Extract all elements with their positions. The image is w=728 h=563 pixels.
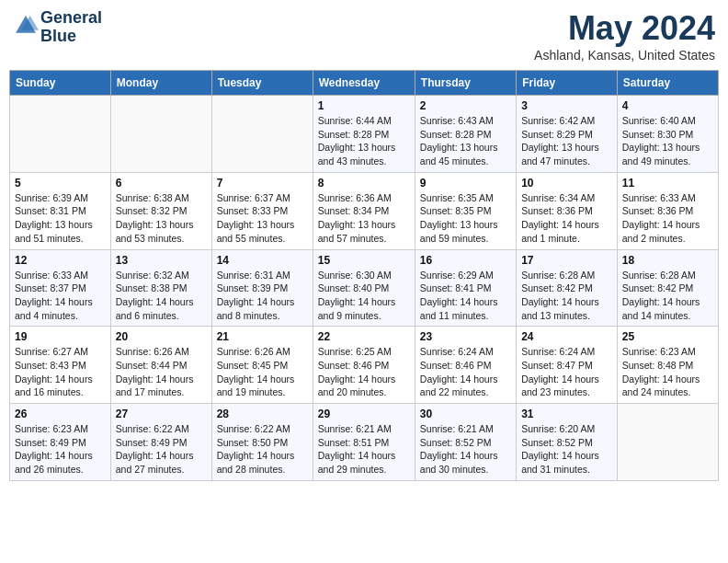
day-number: 30: [420, 408, 511, 420]
day-info: Sunrise: 6:21 AM Sunset: 8:52 PM Dayligh…: [420, 422, 511, 477]
day-info: Sunrise: 6:38 AM Sunset: 8:32 PM Dayligh…: [116, 191, 207, 246]
calendar-week-row: 26Sunrise: 6:23 AM Sunset: 8:49 PM Dayli…: [10, 404, 719, 481]
calendar-cell: 21Sunrise: 6:26 AM Sunset: 8:45 PM Dayli…: [211, 327, 313, 404]
calendar-header-row: SundayMondayTuesdayWednesdayThursdayFrid…: [10, 71, 719, 96]
day-info: Sunrise: 6:23 AM Sunset: 8:49 PM Dayligh…: [15, 422, 106, 477]
day-info: Sunrise: 6:33 AM Sunset: 8:36 PM Dayligh…: [622, 191, 713, 246]
day-info: Sunrise: 6:27 AM Sunset: 8:43 PM Dayligh…: [15, 345, 106, 399]
day-info: Sunrise: 6:22 AM Sunset: 8:50 PM Dayligh…: [217, 422, 308, 477]
day-number: 29: [318, 408, 410, 420]
day-info: Sunrise: 6:42 AM Sunset: 8:29 PM Dayligh…: [521, 114, 612, 168]
calendar-cell: 9Sunrise: 6:35 AM Sunset: 8:35 PM Daylig…: [415, 172, 516, 249]
calendar-cell: [110, 96, 211, 173]
day-of-week-header: Thursday: [415, 71, 516, 96]
calendar-cell: 1Sunrise: 6:44 AM Sunset: 8:28 PM Daylig…: [313, 96, 415, 173]
day-number: 28: [217, 408, 308, 420]
calendar-cell: 18Sunrise: 6:28 AM Sunset: 8:42 PM Dayli…: [617, 249, 718, 327]
day-info: Sunrise: 6:24 AM Sunset: 8:46 PM Dayligh…: [420, 345, 511, 399]
day-number: 9: [420, 177, 511, 190]
calendar-cell: 20Sunrise: 6:26 AM Sunset: 8:44 PM Dayli…: [110, 327, 211, 404]
day-info: Sunrise: 6:30 AM Sunset: 8:40 PM Dayligh…: [318, 269, 410, 323]
day-number: 14: [217, 254, 308, 267]
day-number: 25: [622, 330, 713, 343]
day-number: 21: [217, 330, 308, 343]
month-title: May 2024: [534, 9, 715, 48]
calendar-cell: 3Sunrise: 6:42 AM Sunset: 8:29 PM Daylig…: [517, 96, 618, 173]
calendar-cell: 13Sunrise: 6:32 AM Sunset: 8:38 PM Dayli…: [110, 249, 211, 327]
calendar-cell: 12Sunrise: 6:33 AM Sunset: 8:37 PM Dayli…: [10, 249, 111, 327]
day-number: 27: [116, 408, 207, 420]
day-info: Sunrise: 6:28 AM Sunset: 8:42 PM Dayligh…: [622, 269, 713, 323]
day-of-week-header: Wednesday: [313, 71, 415, 96]
day-of-week-header: Monday: [110, 71, 211, 96]
logo-icon: [13, 13, 39, 39]
day-number: 7: [217, 177, 308, 190]
day-info: Sunrise: 6:39 AM Sunset: 8:31 PM Dayligh…: [15, 191, 106, 246]
calendar-cell: 10Sunrise: 6:34 AM Sunset: 8:36 PM Dayli…: [517, 172, 618, 249]
day-number: 10: [521, 177, 612, 190]
day-info: Sunrise: 6:36 AM Sunset: 8:34 PM Dayligh…: [318, 191, 410, 246]
day-number: 18: [622, 254, 713, 267]
day-of-week-header: Sunday: [10, 71, 111, 96]
calendar-cell: 14Sunrise: 6:31 AM Sunset: 8:39 PM Dayli…: [211, 249, 313, 327]
calendar-cell: 15Sunrise: 6:30 AM Sunset: 8:40 PM Dayli…: [313, 249, 415, 327]
day-info: Sunrise: 6:24 AM Sunset: 8:47 PM Dayligh…: [521, 345, 612, 399]
day-info: Sunrise: 6:26 AM Sunset: 8:44 PM Dayligh…: [116, 345, 207, 399]
day-info: Sunrise: 6:31 AM Sunset: 8:39 PM Dayligh…: [217, 269, 308, 323]
calendar-cell: 16Sunrise: 6:29 AM Sunset: 8:41 PM Dayli…: [415, 249, 516, 327]
day-of-week-header: Tuesday: [211, 71, 313, 96]
day-info: Sunrise: 6:35 AM Sunset: 8:35 PM Dayligh…: [420, 191, 511, 246]
calendar-cell: 29Sunrise: 6:21 AM Sunset: 8:51 PM Dayli…: [313, 404, 415, 481]
calendar-cell: 31Sunrise: 6:20 AM Sunset: 8:52 PM Dayli…: [517, 404, 618, 481]
calendar-cell: [10, 96, 111, 173]
day-info: Sunrise: 6:26 AM Sunset: 8:45 PM Dayligh…: [217, 345, 308, 399]
day-info: Sunrise: 6:28 AM Sunset: 8:42 PM Dayligh…: [521, 269, 612, 323]
calendar-cell: 26Sunrise: 6:23 AM Sunset: 8:49 PM Dayli…: [10, 404, 111, 481]
calendar-cell: 23Sunrise: 6:24 AM Sunset: 8:46 PM Dayli…: [415, 327, 516, 404]
calendar-body: 1Sunrise: 6:44 AM Sunset: 8:28 PM Daylig…: [10, 96, 719, 481]
day-number: 19: [15, 330, 106, 343]
day-number: 11: [622, 177, 713, 190]
day-info: Sunrise: 6:32 AM Sunset: 8:38 PM Dayligh…: [116, 269, 207, 323]
day-info: Sunrise: 6:20 AM Sunset: 8:52 PM Dayligh…: [521, 422, 612, 477]
calendar-cell: 27Sunrise: 6:22 AM Sunset: 8:49 PM Dayli…: [110, 404, 211, 481]
logo: General Blue: [13, 9, 102, 46]
calendar-cell: 7Sunrise: 6:37 AM Sunset: 8:33 PM Daylig…: [211, 172, 313, 249]
calendar-week-row: 12Sunrise: 6:33 AM Sunset: 8:37 PM Dayli…: [10, 249, 719, 327]
day-of-week-header: Friday: [517, 71, 618, 96]
calendar-cell: 4Sunrise: 6:40 AM Sunset: 8:30 PM Daylig…: [617, 96, 718, 173]
calendar-cell: 19Sunrise: 6:27 AM Sunset: 8:43 PM Dayli…: [10, 327, 111, 404]
calendar-cell: 6Sunrise: 6:38 AM Sunset: 8:32 PM Daylig…: [110, 172, 211, 249]
day-number: 16: [420, 254, 511, 267]
day-info: Sunrise: 6:22 AM Sunset: 8:49 PM Dayligh…: [116, 422, 207, 477]
day-info: Sunrise: 6:37 AM Sunset: 8:33 PM Dayligh…: [217, 191, 308, 246]
day-number: 22: [318, 330, 410, 343]
page-header: General Blue May 2024 Ashland, Kansas, U…: [9, 9, 719, 63]
day-number: 3: [521, 99, 612, 112]
day-of-week-header: Saturday: [617, 71, 718, 96]
day-number: 5: [15, 177, 106, 190]
title-block: May 2024 Ashland, Kansas, United States: [534, 9, 715, 63]
calendar-cell: [617, 404, 718, 481]
day-number: 15: [318, 254, 410, 267]
calendar-cell: 28Sunrise: 6:22 AM Sunset: 8:50 PM Dayli…: [211, 404, 313, 481]
day-info: Sunrise: 6:34 AM Sunset: 8:36 PM Dayligh…: [521, 191, 612, 246]
day-number: 24: [521, 330, 612, 343]
day-number: 6: [116, 177, 207, 190]
day-info: Sunrise: 6:43 AM Sunset: 8:28 PM Dayligh…: [420, 114, 511, 168]
calendar-cell: 5Sunrise: 6:39 AM Sunset: 8:31 PM Daylig…: [10, 172, 111, 249]
day-number: 1: [318, 99, 410, 112]
day-number: 13: [116, 254, 207, 267]
day-number: 2: [420, 99, 511, 112]
calendar-cell: 24Sunrise: 6:24 AM Sunset: 8:47 PM Dayli…: [517, 327, 618, 404]
day-info: Sunrise: 6:40 AM Sunset: 8:30 PM Dayligh…: [622, 114, 713, 168]
day-info: Sunrise: 6:23 AM Sunset: 8:48 PM Dayligh…: [622, 345, 713, 399]
day-info: Sunrise: 6:33 AM Sunset: 8:37 PM Dayligh…: [15, 269, 106, 323]
calendar-cell: 22Sunrise: 6:25 AM Sunset: 8:46 PM Dayli…: [313, 327, 415, 404]
calendar-cell: 11Sunrise: 6:33 AM Sunset: 8:36 PM Dayli…: [617, 172, 718, 249]
calendar-table: SundayMondayTuesdayWednesdayThursdayFrid…: [9, 70, 719, 481]
calendar-cell: [211, 96, 313, 173]
day-number: 20: [116, 330, 207, 343]
day-number: 4: [622, 99, 713, 112]
day-number: 26: [15, 408, 106, 420]
